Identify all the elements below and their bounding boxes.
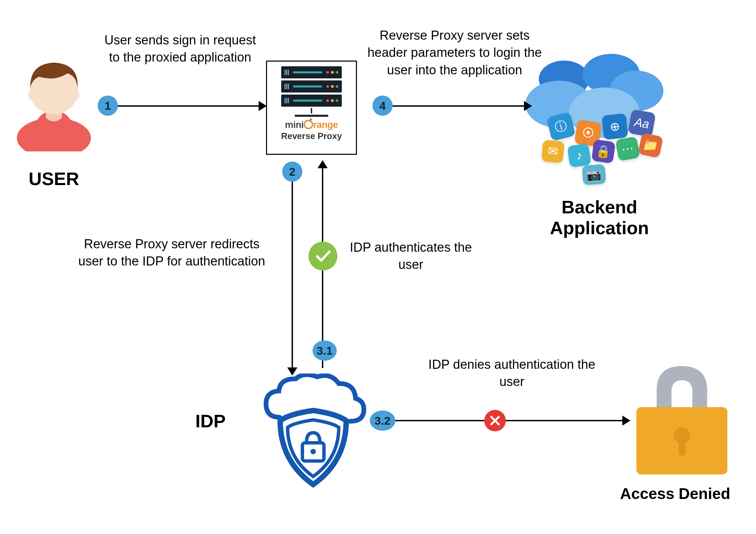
cross-icon (484, 410, 506, 431)
backend-cloud-icon: ⓘ ⦿ ⊕ Aa ✉ ♪ 🔒 ⋯ 📁 📷 (525, 50, 667, 178)
step4-text: Reverse Proxy server sets header paramet… (364, 27, 546, 79)
step2-text: Reverse Proxy server redirects user to t… (77, 236, 266, 270)
idp-icon (259, 373, 367, 491)
app-tile-icon: ♪ (567, 143, 591, 168)
step1-text: User sends sign in request to the proxie… (101, 32, 259, 66)
arrow-1 (114, 105, 259, 107)
brand-prefix: mini (285, 119, 304, 130)
brand-suffix: range (313, 119, 338, 130)
access-denied-label: Access Denied (596, 485, 754, 503)
arrow-2-head (287, 367, 297, 376)
reverse-proxy-node: minirange Reverse Proxy (266, 61, 357, 155)
check-icon (308, 242, 337, 271)
app-tile-icon: ✉ (541, 140, 565, 163)
arrow-3-2 (394, 420, 623, 421)
step2-badge: 2 (282, 162, 302, 182)
user-avatar-icon (13, 50, 94, 151)
server-rack-icon (281, 66, 342, 117)
arrow-1-head (259, 101, 267, 111)
app-tile-icon: Aa (628, 109, 656, 137)
brand-o-icon (304, 120, 313, 129)
arrow-3-1-head (318, 160, 328, 168)
lock-icon (630, 357, 734, 478)
app-tile-icon: 📁 (638, 133, 663, 158)
svg-rect-8 (679, 439, 685, 456)
step3-1-text: IDP authenticates the user (343, 239, 478, 274)
app-tile-icon: ⊕ (601, 113, 628, 140)
svg-point-3 (71, 90, 79, 100)
backend-label-line1: Backend (561, 197, 637, 217)
proxy-brand: minirange (285, 119, 338, 130)
app-tile-icon: ⋯ (615, 136, 640, 161)
backend-label-line2: Application (550, 218, 649, 238)
app-tile-icon: 📷 (582, 164, 606, 185)
arrow-4 (390, 105, 525, 107)
step4-badge: 4 (372, 96, 393, 116)
step3-2-text: IDP denies authentication the user (428, 356, 596, 391)
user-label: USER (20, 168, 88, 189)
backend-label: Backend Application (535, 197, 663, 238)
app-tile-icon: 🔒 (591, 139, 616, 164)
proxy-subtitle: Reverse Proxy (281, 131, 342, 141)
idp-label: IDP (185, 411, 236, 431)
step1-badge: 1 (98, 96, 118, 116)
step3-2-badge: 3.2 (370, 411, 395, 431)
arrow-4-head (524, 101, 532, 111)
arrow-2 (292, 174, 293, 368)
arrow-3-2-head (622, 416, 630, 426)
svg-point-2 (28, 90, 36, 100)
svg-point-5 (310, 449, 316, 454)
step3-1-badge: 3.1 (313, 341, 337, 361)
